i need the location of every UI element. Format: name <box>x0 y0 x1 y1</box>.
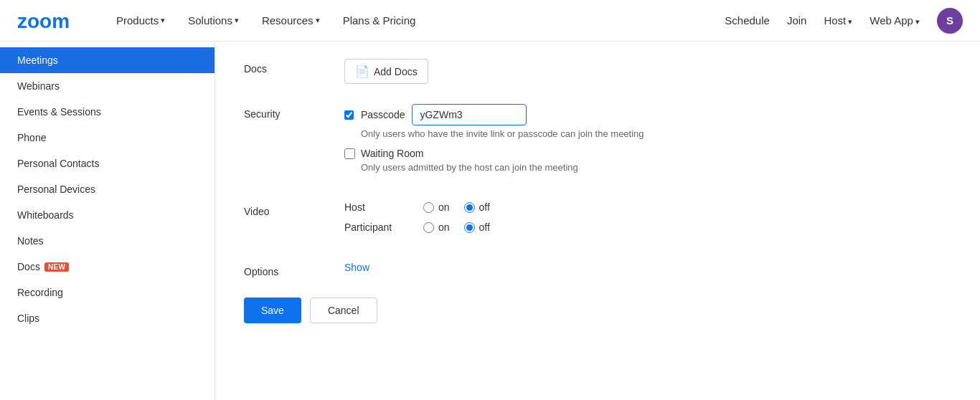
sidebar-item-phone[interactable]: Phone <box>0 125 215 151</box>
options-row: Options Show <box>244 262 951 277</box>
host-on-label: on <box>438 201 450 213</box>
docs-row: Docs 📄 Add Docs <box>244 59 951 84</box>
waiting-room-label: Waiting Room <box>361 148 423 159</box>
top-nav: zoom Products Solutions Resources Plans … <box>0 0 980 42</box>
passcode-desc: Only users who have the invite link or p… <box>361 128 951 139</box>
participant-off-radio[interactable] <box>464 222 475 233</box>
sidebar-item-personal-devices[interactable]: Personal Devices <box>0 176 215 202</box>
sidebar-item-recording[interactable]: Recording <box>0 280 215 305</box>
sidebar-item-label: Recording <box>17 287 63 298</box>
participant-on-radio[interactable] <box>423 222 434 233</box>
sidebar-item-label: Personal Contacts <box>17 158 99 169</box>
participant-off-label: off <box>479 222 490 233</box>
sidebar-item-webinars[interactable]: Webinars <box>0 73 215 99</box>
passcode-row: Passcode <box>344 104 951 125</box>
nav-right: Schedule Join Host Web App S <box>725 8 963 34</box>
sidebar-item-label: Meetings <box>17 54 58 66</box>
video-row: Video Host on off <box>244 201 951 242</box>
passcode-input[interactable] <box>412 104 527 125</box>
passcode-checkbox-label: Passcode <box>361 109 405 120</box>
sidebar-item-docs[interactable]: Docs NEW <box>0 254 215 280</box>
docs-new-badge: NEW <box>44 262 69 272</box>
participant-video-row: Participant on off <box>344 222 951 233</box>
action-buttons: Save Cancel <box>244 297 951 323</box>
waiting-room-checkbox[interactable] <box>344 148 355 159</box>
participant-radio-group: on off <box>423 222 490 233</box>
cancel-button[interactable]: Cancel <box>310 297 377 323</box>
security-row: Security Passcode Only users who have th… <box>244 104 951 181</box>
security-label: Security <box>244 104 344 120</box>
nav-join[interactable]: Join <box>787 14 807 27</box>
layout: Meetings Webinars Events & Sessions Phon… <box>0 42 980 400</box>
nav-item-products[interactable]: Products <box>105 0 176 42</box>
waiting-room-row: Waiting Room <box>344 148 951 159</box>
options-control: Show <box>344 262 951 273</box>
sidebar-item-label: Whiteboards <box>17 209 74 221</box>
sidebar: Meetings Webinars Events & Sessions Phon… <box>0 42 215 400</box>
sidebar-item-label: Personal Devices <box>17 184 95 195</box>
sidebar-item-events-sessions[interactable]: Events & Sessions <box>0 99 215 125</box>
host-off-option[interactable]: off <box>464 201 490 213</box>
options-label: Options <box>244 262 344 277</box>
add-docs-label: Add Docs <box>374 66 418 77</box>
docs-label: Docs <box>244 59 344 75</box>
add-docs-button[interactable]: 📄 Add Docs <box>344 59 428 84</box>
security-control: Passcode Only users who have the invite … <box>344 104 951 181</box>
sidebar-item-label: Webinars <box>17 80 60 92</box>
sidebar-item-clips[interactable]: Clips <box>0 305 215 331</box>
docs-control: 📄 Add Docs <box>344 59 951 84</box>
sidebar-item-whiteboards[interactable]: Whiteboards <box>0 202 215 228</box>
participant-video-label: Participant <box>344 222 423 233</box>
passcode-option: Passcode Only users who have the invite … <box>344 104 951 139</box>
host-on-option[interactable]: on <box>423 201 450 213</box>
host-video-row: Host on off <box>344 201 951 213</box>
host-off-radio[interactable] <box>464 202 475 213</box>
sidebar-item-label: Docs <box>17 261 40 272</box>
svg-text:zoom: zoom <box>17 10 70 32</box>
host-on-radio[interactable] <box>423 202 434 213</box>
host-off-label: off <box>479 201 490 213</box>
nav-item-solutions[interactable]: Solutions <box>176 0 250 42</box>
waiting-room-option: Waiting Room Only users admitted by the … <box>344 148 951 173</box>
passcode-checkbox[interactable] <box>344 110 354 120</box>
avatar[interactable]: S <box>937 8 963 34</box>
logo[interactable]: zoom <box>17 9 82 32</box>
sidebar-item-notes[interactable]: Notes <box>0 228 215 254</box>
save-button[interactable]: Save <box>244 297 301 323</box>
participant-on-label: on <box>438 222 450 233</box>
host-radio-group: on off <box>423 201 490 213</box>
video-label: Video <box>244 201 344 217</box>
sidebar-item-label: Phone <box>17 132 46 143</box>
nav-links: Products Solutions Resources Plans & Pri… <box>105 0 725 42</box>
sidebar-item-label: Events & Sessions <box>17 106 101 118</box>
sidebar-item-personal-contacts[interactable]: Personal Contacts <box>0 151 215 176</box>
host-video-label: Host <box>344 201 423 213</box>
nav-host[interactable]: Host <box>824 14 852 27</box>
nav-item-resources[interactable]: Resources <box>250 0 331 42</box>
participant-on-option[interactable]: on <box>423 222 450 233</box>
participant-off-option[interactable]: off <box>464 222 490 233</box>
docs-icon: 📄 <box>355 65 369 78</box>
sidebar-item-label: Clips <box>17 313 39 324</box>
nav-web-app[interactable]: Web App <box>870 14 920 27</box>
nav-item-plans-pricing[interactable]: Plans & Pricing <box>331 0 428 42</box>
waiting-room-desc: Only users admitted by the host can join… <box>361 162 951 173</box>
main-content: Docs 📄 Add Docs Security Passcode <box>215 42 980 400</box>
sidebar-item-meetings[interactable]: Meetings <box>0 47 215 73</box>
video-control: Host on off Participant <box>344 201 951 242</box>
nav-schedule[interactable]: Schedule <box>725 14 770 27</box>
options-show-link[interactable]: Show <box>344 262 369 273</box>
sidebar-item-label: Notes <box>17 235 44 247</box>
